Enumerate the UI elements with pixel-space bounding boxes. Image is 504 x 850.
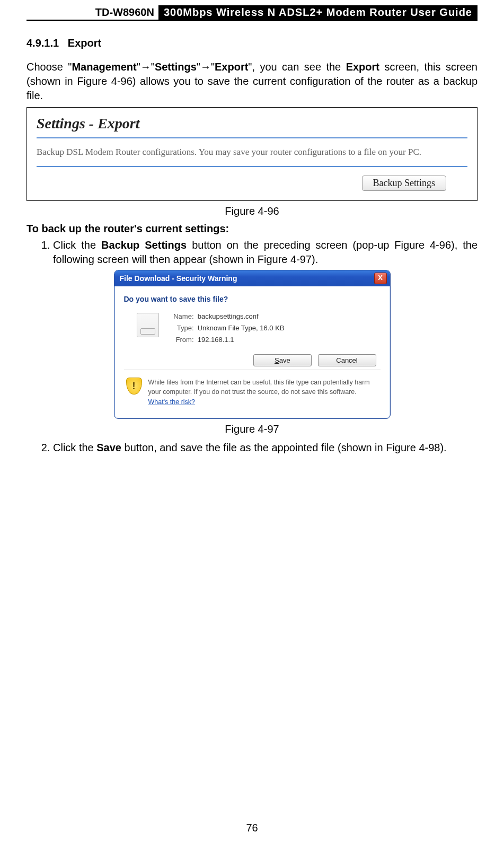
figure-4-97-caption: Figure 4-97 — [26, 423, 478, 435]
guide-title: 300Mbps Wireless N ADSL2+ Modem Router U… — [158, 5, 478, 20]
file-name-value: backupsettings.conf — [198, 312, 259, 320]
model-number: TD-W8960N — [91, 5, 158, 20]
warning-shield-icon: ! — [126, 378, 142, 393]
backup-settings-button[interactable]: Backup Settings — [362, 176, 447, 191]
file-type-value: Unknown File Type, 16.0 KB — [198, 324, 285, 332]
whats-the-risk-link[interactable]: What's the risk? — [148, 398, 196, 406]
page-number: 76 — [0, 822, 504, 834]
security-warning-text: While files from the Internet can be use… — [148, 378, 378, 406]
blue-separator — [37, 166, 467, 167]
step-1: Click the Backup Settings button on the … — [53, 238, 478, 267]
dialog-titlebar: File Download - Security Warning X — [114, 270, 390, 286]
backup-subheading: To back up the router's current settings… — [26, 223, 478, 235]
page-header: TD-W8960N 300Mbps Wireless N ADSL2+ Mode… — [26, 5, 478, 20]
settings-export-title: Settings - Export — [37, 115, 467, 132]
section-heading: 4.9.1.1 Export — [26, 37, 478, 49]
steps-list: Click the Backup Settings button on the … — [26, 238, 478, 267]
steps-list-continued: Click the Save button, and save the file… — [26, 441, 478, 455]
file-details: Name: backupsettings.conf Type: Unknown … — [167, 311, 285, 346]
type-label: Type: — [167, 322, 194, 334]
intro-paragraph: Choose "Management"→"Settings"→"Export",… — [26, 60, 478, 103]
dialog-separator — [124, 370, 381, 370]
figure-4-96-caption: Figure 4-96 — [26, 205, 478, 217]
step-2: Click the Save button, and save the file… — [53, 441, 478, 455]
file-download-dialog: File Download - Security Warning X Do yo… — [114, 270, 391, 419]
dialog-title: File Download - Security Warning — [120, 274, 237, 283]
section-number: 4.9.1.1 — [26, 37, 59, 49]
blue-separator — [37, 137, 467, 138]
cancel-button[interactable]: Cancel — [318, 354, 376, 366]
file-icon — [137, 313, 159, 337]
close-button[interactable]: X — [374, 273, 387, 284]
dialog-question: Do you want to save this file? — [124, 295, 381, 303]
section-name: Export — [68, 37, 101, 49]
settings-export-description: Backup DSL Modem Router configurations. … — [37, 147, 467, 157]
save-button[interactable]: Save — [253, 354, 312, 366]
from-label: From: — [167, 334, 194, 346]
header-rule — [26, 20, 478, 21]
file-from-value: 192.168.1.1 — [198, 336, 234, 344]
name-label: Name: — [167, 311, 194, 322]
figure-4-96-screenshot: Settings - Export Backup DSL Modem Route… — [26, 107, 478, 201]
